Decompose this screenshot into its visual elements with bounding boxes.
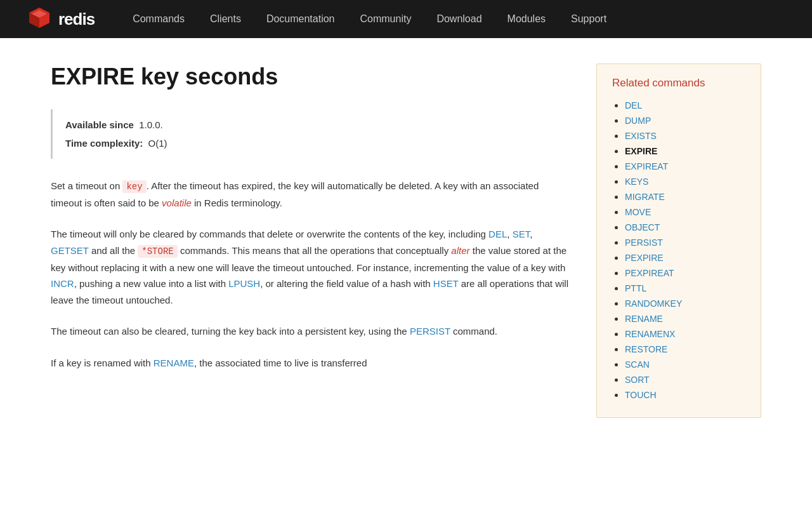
list-item: RANDOMKEY xyxy=(625,298,745,309)
list-item: RESTORE xyxy=(625,344,745,355)
list-item: SCAN xyxy=(625,359,745,370)
nav-clients[interactable]: Clients xyxy=(197,0,254,38)
cmd-pexpire[interactable]: PEXPIRE xyxy=(625,253,664,263)
logo-link[interactable]: redis xyxy=(25,5,95,33)
paragraph-1: Set a timeout on key. After the timeout … xyxy=(51,178,571,211)
list-item: EXISTS xyxy=(625,130,745,142)
nav-commands[interactable]: Commands xyxy=(120,0,197,38)
list-item: PEXPIREAT xyxy=(625,267,745,279)
paragraph-2: The timeout will only be cleared by comm… xyxy=(51,226,571,308)
list-item: EXPIREAT xyxy=(625,161,745,172)
cmd-move[interactable]: MOVE xyxy=(625,207,651,217)
main-content: EXPIRE key seconds Available since 1.0.0… xyxy=(51,64,571,418)
time-complexity: Time complexity: O(1) xyxy=(65,138,558,149)
cmd-keys[interactable]: KEYS xyxy=(625,177,648,187)
logo-text: redis xyxy=(58,10,95,29)
available-since-value: 1.0.0. xyxy=(139,119,163,130)
list-item: OBJECT xyxy=(625,222,745,233)
nav-modules[interactable]: Modules xyxy=(495,0,558,38)
lpush-link[interactable]: LPUSH xyxy=(228,278,260,289)
key-code: key xyxy=(122,180,146,193)
persist-link[interactable]: PERSIST xyxy=(410,326,450,337)
cmd-dump[interactable]: DUMP xyxy=(625,116,651,126)
nav-documentation[interactable]: Documentation xyxy=(254,0,348,38)
page-title: EXPIRE key seconds xyxy=(51,64,571,90)
related-commands-box: Related commands DEL DUMP EXISTS EXPIRE … xyxy=(596,64,761,418)
set-link[interactable]: SET xyxy=(513,229,530,239)
available-since-label: Available since xyxy=(65,119,134,130)
cmd-pttl[interactable]: PTTL xyxy=(625,283,646,293)
related-commands-list: DEL DUMP EXISTS EXPIRE EXPIREAT KEYS MIG… xyxy=(612,100,745,401)
volatile-link[interactable]: volatile xyxy=(162,197,192,208)
available-since: Available since 1.0.0. xyxy=(65,119,558,130)
list-item: TOUCH xyxy=(625,389,745,401)
list-item: PERSIST xyxy=(625,237,745,248)
nav-support[interactable]: Support xyxy=(558,0,619,38)
incr-link[interactable]: INCR xyxy=(51,278,74,289)
cmd-persist[interactable]: PERSIST xyxy=(625,237,663,248)
list-item: DEL xyxy=(625,100,745,111)
paragraph-3: The timeout can also be cleared, turning… xyxy=(51,323,571,340)
cmd-expire[interactable]: EXPIRE xyxy=(625,146,657,156)
cmd-rename[interactable]: RENAME xyxy=(625,314,663,324)
cmd-exists[interactable]: EXISTS xyxy=(625,131,657,141)
navigation: redis Commands Clients Documentation Com… xyxy=(0,0,812,38)
cmd-scan[interactable]: SCAN xyxy=(625,359,650,370)
list-item: KEYS xyxy=(625,176,745,187)
nav-download[interactable]: Download xyxy=(424,0,494,38)
page-container: EXPIRE key seconds Available since 1.0.0… xyxy=(25,38,787,456)
related-commands-title: Related commands xyxy=(612,77,745,90)
info-box: Available since 1.0.0. Time complexity: … xyxy=(51,109,571,159)
cmd-randomkey[interactable]: RANDOMKEY xyxy=(625,298,682,309)
cmd-touch[interactable]: TOUCH xyxy=(625,390,657,400)
hset-link[interactable]: HSET xyxy=(433,278,459,289)
list-item: EXPIRE xyxy=(625,145,745,157)
alter-link[interactable]: alter xyxy=(451,245,469,256)
list-item: SORT xyxy=(625,374,745,385)
list-item: PEXPIRE xyxy=(625,252,745,264)
cmd-restore[interactable]: RESTORE xyxy=(625,344,667,354)
cmd-renamenx[interactable]: RENAMENX xyxy=(625,329,675,339)
sidebar: Related commands DEL DUMP EXISTS EXPIRE … xyxy=(596,64,761,418)
nav-community[interactable]: Community xyxy=(348,0,424,38)
paragraph-4: If a key is renamed with RENAME, the ass… xyxy=(51,355,571,371)
list-item: DUMP xyxy=(625,115,745,126)
cmd-del[interactable]: DEL xyxy=(625,100,642,110)
getset-link[interactable]: GETSET xyxy=(51,245,89,256)
nav-links: Commands Clients Documentation Community… xyxy=(120,0,619,38)
list-item: RENAMENX xyxy=(625,328,745,340)
redis-logo-icon xyxy=(25,5,53,33)
cmd-sort[interactable]: SORT xyxy=(625,375,650,385)
cmd-pexpireat[interactable]: PEXPIREAT xyxy=(625,268,674,278)
time-complexity-value: O(1) xyxy=(148,138,167,149)
list-item: PTTL xyxy=(625,283,745,294)
list-item: MOVE xyxy=(625,206,745,218)
list-item: MIGRATE xyxy=(625,191,745,203)
cmd-expireat[interactable]: EXPIREAT xyxy=(625,161,668,171)
del-link-1[interactable]: DEL xyxy=(488,229,507,239)
cmd-migrate[interactable]: MIGRATE xyxy=(625,192,665,202)
rename-link[interactable]: RENAME xyxy=(154,358,194,368)
cmd-object[interactable]: OBJECT xyxy=(625,222,660,232)
list-item: RENAME xyxy=(625,313,745,324)
store-code: *STORE xyxy=(138,245,177,258)
time-complexity-label: Time complexity: xyxy=(65,138,143,149)
